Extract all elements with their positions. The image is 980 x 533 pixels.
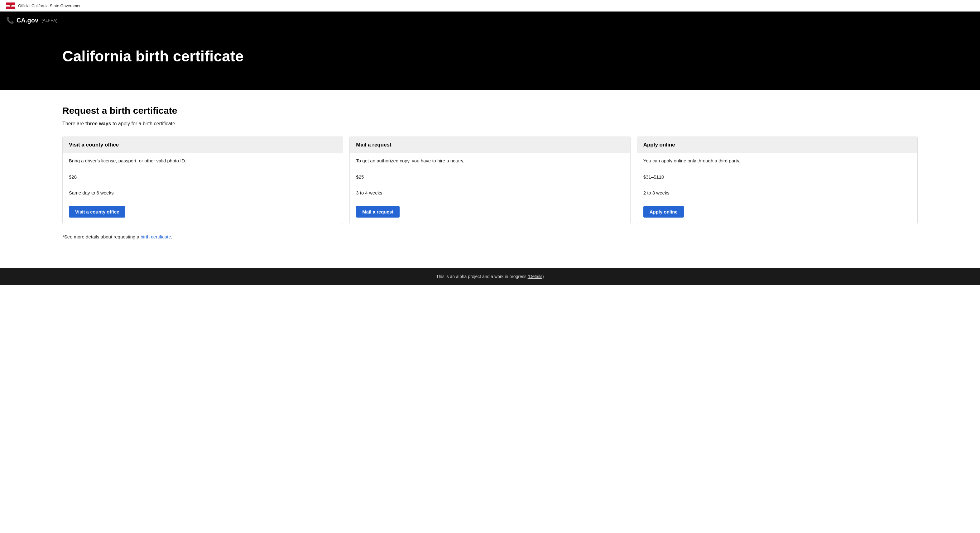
card-cost-online: $31–$110 <box>643 169 911 185</box>
footer-text: This is an alpha project and a work in p… <box>6 274 974 279</box>
phone-icon: 📞 <box>6 16 14 24</box>
card-cost-county: $28 <box>69 169 337 185</box>
nav-logo-text: CA.gov <box>16 17 38 24</box>
apply-online-button[interactable]: Apply online <box>643 206 684 218</box>
visit-county-office-button[interactable]: Visit a county office <box>69 206 125 218</box>
card-timeline-county: Same day to 6 weeks <box>69 185 337 201</box>
card-body-online: You can apply online only through a thir… <box>637 153 917 201</box>
card-action-county: Visit a county office <box>63 201 343 224</box>
section-description: There are three ways to apply for a birt… <box>62 121 918 127</box>
card-header-county: Visit a county office <box>63 137 343 153</box>
mail-request-button[interactable]: Mail a request <box>356 206 399 218</box>
footer-text-main: This is an alpha project and a work in p… <box>436 274 527 279</box>
card-header-mail: Mail a request <box>350 137 630 153</box>
footer: This is an alpha project and a work in p… <box>0 268 980 285</box>
svg-point-4 <box>11 5 12 5</box>
card-description-mail: To get an authorized copy, you have to h… <box>356 153 624 169</box>
card-action-mail: Mail a request <box>350 201 630 224</box>
top-banner-text: Official California State Government <box>18 3 83 8</box>
card-timeline-online: 2 to 3 weeks <box>643 185 911 201</box>
card-header-online: Apply online <box>637 137 917 153</box>
footnote: *See more details about requesting a bir… <box>62 234 918 239</box>
content-divider <box>62 249 918 249</box>
page-title: California birth certificate <box>62 48 918 65</box>
top-banner: Official California State Government <box>0 0 980 11</box>
section-desc-bold: three ways <box>85 121 111 126</box>
card-description-online: You can apply online only through a thir… <box>643 153 911 169</box>
california-bear-icon <box>6 3 15 9</box>
footnote-prefix: *See more details about requesting a <box>62 234 141 239</box>
card-description-county: Bring a driver's license, passport, or o… <box>69 153 337 169</box>
card-apply-online: Apply online You can apply online only t… <box>637 137 918 224</box>
card-county-office: Visit a county office Bring a driver's l… <box>62 137 343 224</box>
card-body-mail: To get an authorized copy, you have to h… <box>350 153 630 201</box>
nav-logo[interactable]: 📞 CA.gov (ALPHA) <box>6 16 57 24</box>
birth-certificate-link[interactable]: birth certificate <box>141 234 171 239</box>
hero-section: California birth certificate <box>0 29 980 90</box>
card-body-county: Bring a driver's license, passport, or o… <box>63 153 343 201</box>
footer-details-link[interactable]: (Details) <box>528 274 544 279</box>
svg-point-3 <box>10 5 10 5</box>
section-title: Request a birth certificate <box>62 105 918 116</box>
nav-bar: 📞 CA.gov (ALPHA) <box>0 11 980 29</box>
card-mail-request: Mail a request To get an authorized copy… <box>349 137 630 224</box>
card-timeline-mail: 3 to 4 weeks <box>356 185 624 201</box>
main-content: Request a birth certificate There are th… <box>0 90 980 268</box>
card-action-online: Apply online <box>637 201 917 224</box>
nav-alpha-label: (ALPHA) <box>41 18 57 23</box>
card-cost-mail: $25 <box>356 169 624 185</box>
cards-container: Visit a county office Bring a driver's l… <box>62 137 918 224</box>
footnote-suffix: . <box>171 234 172 239</box>
